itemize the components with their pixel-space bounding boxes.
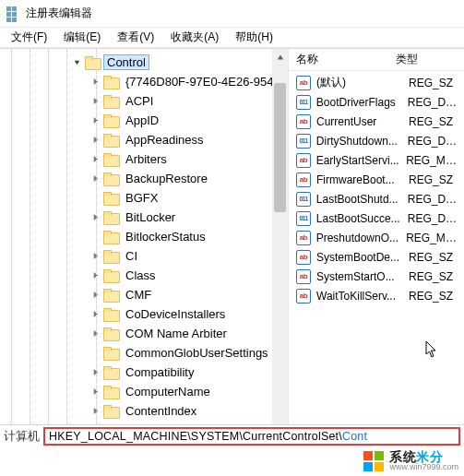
- value-type: REG_SZ: [405, 290, 453, 303]
- tree-item-label: CoDeviceInstallers: [122, 306, 229, 322]
- tree-item[interactable]: {7746D80F-97E0-4E26-954: [2, 72, 288, 91]
- tree-scrollbar[interactable]: [272, 49, 288, 441]
- value-name: BootDriverFlags: [316, 96, 404, 109]
- value-name: FirmwareBoot...: [316, 173, 405, 186]
- value-row[interactable]: abSystemBootDe...REG_SZ: [289, 247, 464, 267]
- expander-icon[interactable]: [89, 134, 101, 147]
- value-name: LastBootShutd...: [316, 193, 404, 206]
- tree-item[interactable]: BitlockerStatus: [2, 227, 288, 246]
- expander-icon[interactable]: [89, 366, 101, 379]
- tree-item[interactable]: CMF: [2, 285, 288, 304]
- value-name: LastBootSucce...: [316, 212, 404, 225]
- value-row[interactable]: abPreshutdownO...REG_MULT: [289, 228, 464, 247]
- tree-item[interactable]: ContentIndex: [2, 401, 288, 421]
- tree-item[interactable]: Arbiters: [2, 149, 288, 169]
- expander-icon[interactable]: [70, 56, 83, 69]
- value-row[interactable]: abWaitToKillServ...REG_SZ: [289, 286, 464, 305]
- value-name: DirtyShutdown...: [316, 135, 404, 148]
- menu-edit[interactable]: 编辑(E): [56, 28, 108, 47]
- tree-item[interactable]: BGFX: [2, 188, 288, 208]
- value-type: REG_DWO: [404, 212, 464, 225]
- expander-icon[interactable]: [89, 250, 101, 263]
- folder-icon: [103, 405, 118, 417]
- scroll-thumb[interactable]: [274, 83, 286, 212]
- menu-favorites[interactable]: 收藏夹(A): [163, 28, 226, 47]
- column-type[interactable]: 类型: [388, 52, 464, 67]
- tree-item[interactable]: BackupRestore: [2, 169, 288, 188]
- menu-bar: 文件(F) 编辑(E) 查看(V) 收藏夹(A) 帮助(H): [0, 28, 464, 48]
- scroll-up-button[interactable]: [272, 49, 288, 65]
- tree-item-label: CommonGlobUserSettings: [122, 345, 272, 361]
- folder-icon: [103, 114, 118, 126]
- folder-icon: [103, 153, 118, 165]
- menu-help[interactable]: 帮助(H): [228, 28, 280, 47]
- tree-item[interactable]: CI: [2, 246, 288, 266]
- value-row[interactable]: 011LastBootSucce...REG_DWO: [289, 208, 464, 228]
- tree-item[interactable]: AppID: [2, 111, 288, 130]
- value-row[interactable]: 011DirtyShutdown...REG_DWO: [289, 131, 464, 150]
- tree-item-label: AppID: [122, 113, 162, 128]
- tree-item-label: BitlockerStatus: [122, 229, 209, 244]
- folder-icon: [103, 269, 118, 281]
- expander-icon[interactable]: [89, 308, 101, 321]
- value-row[interactable]: 011BootDriverFlagsREG_DWO: [289, 92, 464, 112]
- value-type: REG_SZ: [405, 173, 453, 186]
- value-type: REG_SZ: [405, 77, 453, 89]
- tree-item[interactable]: CoDeviceInstallers: [2, 304, 288, 324]
- scroll-track[interactable]: [272, 65, 288, 425]
- tree-item-label: CMF: [122, 287, 155, 303]
- tree-item[interactable]: AppReadiness: [2, 130, 288, 149]
- menu-view[interactable]: 查看(V): [110, 28, 161, 47]
- tree-item[interactable]: CommonGlobUserSettings: [2, 343, 288, 363]
- value-row[interactable]: abFirmwareBoot...REG_SZ: [289, 170, 464, 189]
- string-value-icon: ab: [296, 114, 311, 129]
- expander-icon[interactable]: [89, 76, 101, 89]
- value-row[interactable]: ab(默认)REG_SZ: [289, 73, 464, 92]
- folder-icon: [103, 308, 118, 320]
- tree-item[interactable]: BitLocker: [2, 208, 288, 227]
- tree-item[interactable]: ACPI: [2, 91, 288, 111]
- string-value-icon: ab: [296, 173, 311, 187]
- value-name: WaitToKillServ...: [316, 290, 405, 303]
- value-row[interactable]: abEarlyStartServi...REG_MULT: [289, 150, 464, 170]
- statusbar-label: 计算机: [0, 428, 43, 445]
- expander-icon[interactable]: [89, 405, 101, 418]
- registry-tree[interactable]: Control{7746D80F-97E0-4E26-954ACPIAppIDA…: [0, 49, 288, 441]
- expander-icon[interactable]: [89, 327, 101, 340]
- tree-item[interactable]: Control: [2, 53, 288, 72]
- column-name[interactable]: 名称: [289, 52, 388, 67]
- folder-icon: [103, 327, 118, 339]
- tree-item-label: Control: [103, 54, 149, 70]
- tree-item-label: AppReadiness: [122, 132, 208, 148]
- menu-file[interactable]: 文件(F): [4, 28, 54, 47]
- expander-icon[interactable]: [89, 386, 101, 399]
- values-list[interactable]: ab(默认)REG_SZ011BootDriverFlagsREG_DWOabC…: [289, 71, 464, 305]
- expander-icon[interactable]: [89, 114, 101, 127]
- tree-item[interactable]: COM Name Arbiter: [2, 324, 288, 343]
- tree-item[interactable]: ComputerName: [2, 382, 288, 401]
- expander-icon[interactable]: [89, 289, 101, 302]
- address-field[interactable]: HKEY_LOCAL_MACHINE\SYSTEM\CurrentControl…: [43, 427, 460, 446]
- folder-icon: [103, 289, 118, 301]
- address-suffix: Cont: [342, 430, 367, 443]
- expander-icon[interactable]: [89, 153, 101, 166]
- expander-icon[interactable]: [89, 269, 101, 282]
- tree-pane: Control{7746D80F-97E0-4E26-954ACPIAppIDA…: [0, 49, 289, 441]
- expander-icon[interactable]: [89, 173, 101, 185]
- tree-item-label: {7746D80F-97E0-4E26-954: [122, 74, 277, 89]
- value-row[interactable]: abCurrentUserREG_SZ: [289, 112, 464, 131]
- folder-icon: [103, 95, 118, 107]
- watermark-logo-icon: [363, 451, 384, 471]
- string-value-icon: ab: [296, 250, 311, 265]
- expander-icon[interactable]: [89, 211, 101, 224]
- value-type: REG_SZ: [405, 251, 453, 264]
- tree-item[interactable]: Compatibility: [2, 363, 288, 382]
- value-row[interactable]: abSystemStartO...REG_SZ: [289, 267, 464, 286]
- tree-item[interactable]: Class: [2, 266, 288, 285]
- string-value-icon: ab: [296, 231, 311, 245]
- string-value-icon: ab: [296, 269, 311, 284]
- mouse-cursor-icon: [425, 340, 438, 362]
- title-bar: 注册表编辑器: [0, 0, 464, 28]
- value-row[interactable]: 011LastBootShutd...REG_DWO: [289, 189, 464, 208]
- expander-icon[interactable]: [89, 95, 101, 108]
